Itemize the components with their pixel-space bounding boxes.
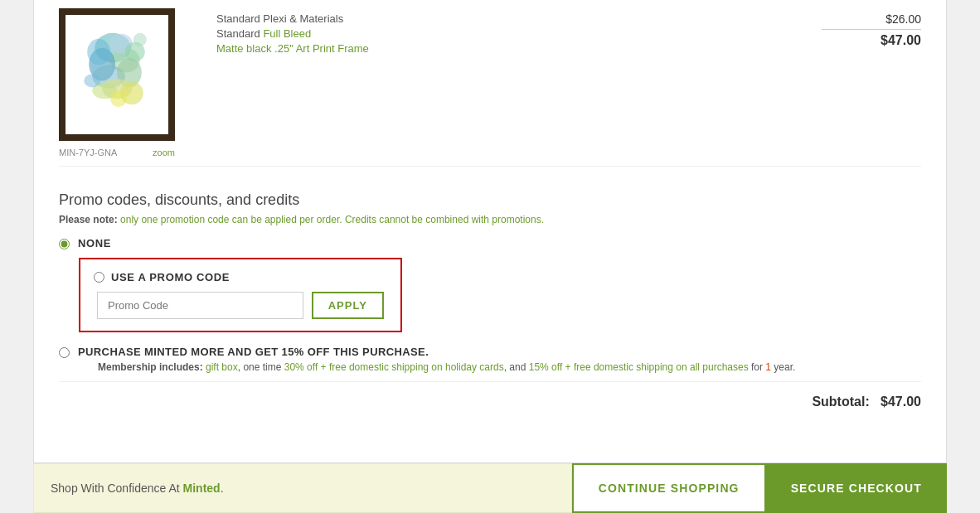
zoom-link[interactable]: zoom [153, 148, 175, 157]
art-svg [65, 15, 168, 134]
none-option: NONE [59, 237, 921, 249]
none-label: NONE [78, 237, 111, 249]
product-option-2: Standard Full Bleed [216, 27, 822, 40]
main-content: MIN-7YJ-GNA zoom Standard Plexi & Materi… [33, 0, 947, 463]
confidence-link: Minted [183, 482, 221, 495]
membership-option: PURCHASE MINTED MORE AND GET 15% OFF THI… [59, 346, 921, 373]
footer-buttons: CONTINUE SHOPPING SECURE CHECKOUT [572, 463, 947, 513]
membership-label: PURCHASE MINTED MORE AND GET 15% OFF THI… [78, 346, 795, 358]
secure-checkout-button[interactable]: SECURE CHECKOUT [766, 463, 947, 513]
promo-code-label: USE A PROMO CODE [111, 271, 230, 283]
membership-desc-prefix: Membership includes: [98, 361, 206, 373]
product-pricing: $26.00 $47.00 [822, 8, 921, 48]
svg-point-12 [110, 90, 127, 107]
svg-point-14 [84, 75, 100, 88]
page-wrapper: MIN-7YJ-GNA zoom Standard Plexi & Materi… [0, 0, 980, 513]
membership-desc: Membership includes: gift box, one time … [98, 361, 795, 373]
product-option-3: Matte black .25" Art Print Frame [216, 42, 822, 55]
membership-desc-link1: gift box [206, 361, 238, 373]
promo-title: Promo codes, discounts, and credits [59, 191, 921, 209]
promo-code-input[interactable] [97, 292, 303, 319]
apply-button[interactable]: APPLY [312, 292, 384, 319]
option-highlight: Full Bleed [263, 27, 311, 40]
price-original: $26.00 [822, 12, 921, 30]
membership-radio[interactable] [59, 347, 70, 358]
price-total: $47.00 [822, 33, 921, 48]
product-section: MIN-7YJ-GNA zoom Standard Plexi & Materi… [59, 8, 921, 167]
footer-bar: Shop With Confidence At Minted. CONTINUE… [33, 463, 947, 513]
membership-desc-link3: 15% off + free domestic shipping on all … [529, 361, 749, 373]
product-details: Standard Plexi & Materials Standard Full… [216, 8, 822, 57]
subtotal-label: Subtotal: [812, 394, 869, 409]
product-sku: MIN-7YJ-GNA [59, 148, 117, 157]
option-frame-highlight: Matte black .25" Art Print Frame [216, 42, 369, 55]
promo-code-box: USE A PROMO CODE APPLY [79, 258, 402, 332]
svg-point-13 [133, 33, 147, 46]
promo-radio[interactable] [94, 272, 104, 283]
product-option-1: Standard Plexi & Materials [216, 12, 822, 25]
membership-year-highlight: 1 [765, 361, 771, 373]
membership-desc-link2: 30% off + free domestic shipping on holi… [284, 361, 504, 373]
none-radio[interactable] [59, 239, 70, 249]
continue-shopping-button[interactable]: CONTINUE SHOPPING [572, 463, 766, 513]
product-image-container: MIN-7YJ-GNA zoom [59, 8, 192, 157]
subtotal-amount: $47.00 [881, 394, 921, 409]
promo-section: Promo codes, discounts, and credits Plea… [59, 183, 921, 422]
product-image [59, 8, 175, 141]
confidence-box: Shop With Confidence At Minted. [33, 463, 572, 513]
promo-note: Please note: only one promotion code can… [59, 214, 921, 225]
product-meta: MIN-7YJ-GNA zoom [59, 148, 175, 157]
promo-note-bold: Please note: [59, 214, 120, 225]
promo-code-box-label: USE A PROMO CODE [94, 271, 387, 283]
subtotal-row: Subtotal: $47.00 [59, 381, 921, 414]
promo-input-row: APPLY [94, 292, 387, 319]
confidence-text: Shop With Confidence At Minted. [51, 482, 224, 495]
promo-note-link-text: only one promotion code can be applied p… [120, 214, 544, 225]
membership-content: PURCHASE MINTED MORE AND GET 15% OFF THI… [78, 346, 795, 373]
svg-point-7 [87, 39, 110, 65]
